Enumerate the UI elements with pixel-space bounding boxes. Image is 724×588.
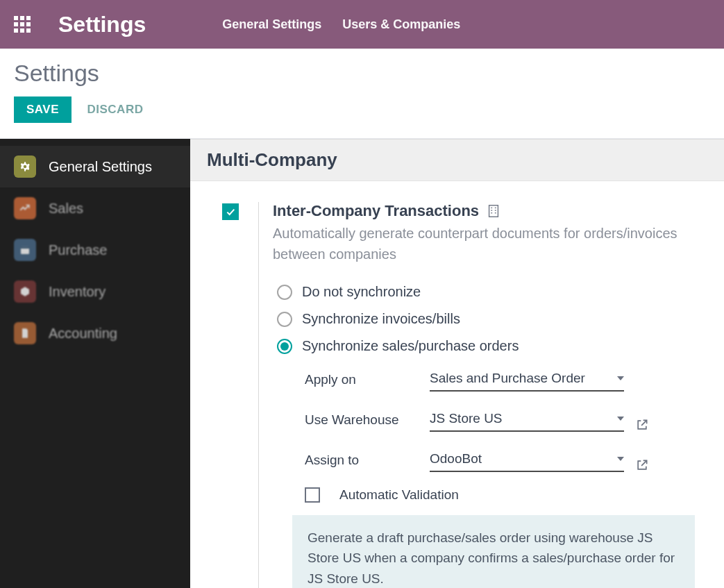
automatic-validation-checkbox[interactable] [305, 487, 320, 503]
setting-description: Automatically generate counterpart docum… [273, 223, 689, 264]
chevron-down-icon [617, 457, 624, 461]
building-icon [486, 203, 501, 219]
calendar-icon [14, 239, 36, 261]
radio-label: Synchronize invoices/bills [302, 311, 460, 327]
external-link-icon[interactable] [635, 418, 649, 432]
top-nav: Settings General Settings Users & Compan… [0, 0, 724, 49]
external-link-icon[interactable] [635, 458, 649, 472]
sidebar-item-label: Sales [49, 201, 83, 217]
discard-button[interactable]: DISCARD [87, 103, 144, 117]
nav-link-users-companies[interactable]: Users & Companies [342, 17, 460, 32]
radio-icon [277, 285, 292, 300]
use-warehouse-value: JS Store US [430, 411, 503, 426]
radio-do-not-synchronize[interactable]: Do not synchronize [277, 284, 706, 300]
info-box: Generate a draft purchase/sales order us… [292, 515, 695, 588]
assign-to-select[interactable]: OdooBot [430, 447, 624, 472]
save-button[interactable]: SAVE [14, 96, 71, 123]
chart-icon [14, 197, 36, 219]
sync-radio-group: Do not synchronize Synchronize invoices/… [277, 284, 706, 354]
use-warehouse-select[interactable]: JS Store US [430, 407, 624, 432]
sidebar-item-sales[interactable]: Sales [0, 187, 190, 229]
main-content: Multi-Company Inter-Company Transactions… [190, 139, 724, 588]
radio-label: Synchronize sales/purchase orders [302, 338, 519, 354]
radio-synchronize-invoices[interactable]: Synchronize invoices/bills [277, 311, 706, 327]
box-icon [14, 280, 36, 303]
subheader: Settings SAVE DISCARD [0, 49, 724, 139]
inter-company-checkbox[interactable] [222, 203, 239, 220]
svg-rect-1 [21, 246, 29, 249]
assign-to-value: OdooBot [430, 451, 482, 467]
sidebar-item-general-settings[interactable]: General Settings [0, 146, 190, 187]
sidebar-item-label: Purchase [49, 242, 108, 258]
sidebar-item-label: Inventory [49, 284, 106, 300]
apply-on-value: Sales and Purchase Order [430, 371, 585, 386]
apply-on-label: Apply on [305, 372, 430, 392]
radio-icon [277, 312, 292, 327]
chevron-down-icon [617, 376, 624, 380]
sidebar-item-purchase[interactable]: Purchase [0, 229, 190, 271]
sidebar-item-inventory[interactable]: Inventory [0, 271, 190, 312]
chevron-down-icon [617, 417, 624, 421]
nav-title: Settings [58, 12, 146, 37]
section-title: Multi-Company [190, 140, 724, 181]
use-warehouse-label: Use Warehouse [305, 412, 430, 432]
setting-title: Inter-Company Transactions [273, 202, 479, 220]
sidebar: General Settings Sales Purchase Inventor… [0, 139, 190, 588]
radio-label: Do not synchronize [302, 284, 421, 300]
radio-synchronize-orders[interactable]: Synchronize sales/purchase orders [277, 338, 706, 354]
radio-icon [277, 339, 292, 354]
apps-icon[interactable] [14, 16, 31, 33]
apply-on-select[interactable]: Sales and Purchase Order [430, 367, 624, 392]
sidebar-item-accounting[interactable]: Accounting [0, 312, 190, 354]
svg-rect-2 [489, 205, 498, 217]
sidebar-item-label: General Settings [49, 159, 152, 175]
file-icon [14, 322, 36, 344]
automatic-validation-label: Automatic Validation [339, 487, 459, 503]
page-title: Settings [14, 60, 710, 87]
sidebar-item-label: Accounting [49, 326, 117, 342]
nav-link-general-settings[interactable]: General Settings [222, 17, 321, 32]
gear-icon [14, 156, 36, 178]
assign-to-label: Assign to [305, 453, 430, 472]
